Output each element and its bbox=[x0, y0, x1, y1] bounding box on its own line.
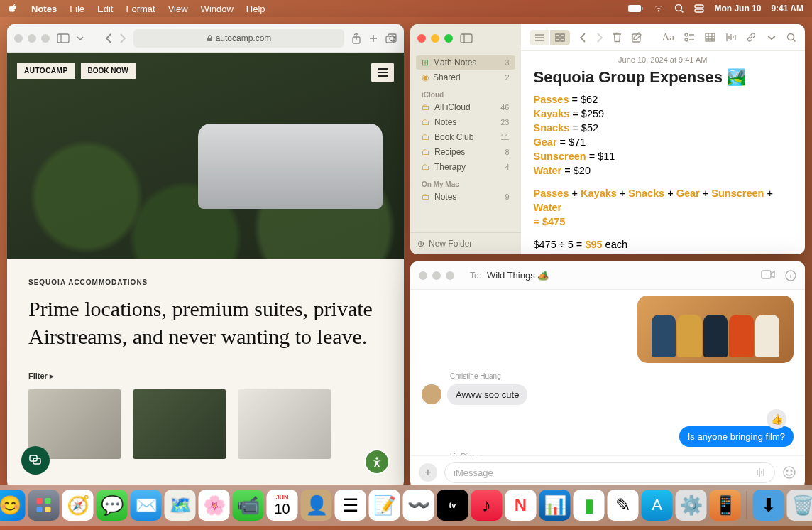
safari-toolbar: autocamp.com bbox=[7, 24, 404, 53]
checklist-icon[interactable] bbox=[684, 33, 695, 42]
note-body[interactable]: Sequoia Group Expenses 🏞️ Passes = $62 K… bbox=[521, 65, 806, 254]
dock-downloads-icon[interactable]: ⬇ bbox=[753, 490, 784, 521]
chat-fab-icon[interactable] bbox=[21, 446, 50, 475]
message-bubble[interactable]: Awww soo cute bbox=[447, 384, 527, 405]
view-mode-toggle[interactable] bbox=[530, 30, 570, 45]
sidebar-item-all-icloud[interactable]: 🗀All iCloud46 bbox=[416, 100, 515, 114]
attached-photo[interactable] bbox=[637, 296, 794, 363]
dock-trash-icon[interactable]: 🗑️ bbox=[787, 490, 813, 521]
menu-format[interactable]: Format bbox=[126, 4, 155, 14]
facetime-icon[interactable] bbox=[761, 270, 775, 281]
sidebar-item-math-notes[interactable]: ⊞Math Notes 3 bbox=[416, 55, 515, 70]
forward-icon[interactable] bbox=[596, 33, 603, 43]
apps-plus-icon[interactable]: + bbox=[419, 463, 437, 482]
tapback-thumbs-up[interactable]: 👍 bbox=[767, 409, 786, 429]
sidebar-item-notes[interactable]: 🗀Notes23 bbox=[416, 115, 515, 129]
format-icon[interactable]: Aa bbox=[662, 31, 675, 43]
dock-launchpad-icon[interactable] bbox=[28, 490, 60, 521]
wifi-icon[interactable] bbox=[653, 4, 664, 13]
menubar-time[interactable]: 9:41 AM bbox=[771, 4, 803, 13]
app-name-menu[interactable]: Notes bbox=[31, 4, 57, 14]
sidebar-item-recipes[interactable]: 🗀Recipes8 bbox=[416, 145, 515, 159]
accessibility-icon[interactable] bbox=[364, 449, 390, 475]
traffic-lights[interactable] bbox=[14, 34, 50, 43]
menubar-date[interactable]: Mon Jun 10 bbox=[714, 4, 761, 13]
battery-icon[interactable] bbox=[627, 4, 643, 13]
sidebar-item-book-club[interactable]: 🗀Book Club11 bbox=[416, 130, 515, 144]
dock-news-icon[interactable]: N bbox=[505, 490, 537, 521]
accommodation-thumb[interactable] bbox=[238, 389, 331, 459]
more-icon[interactable] bbox=[767, 36, 777, 40]
emoji-icon[interactable] bbox=[782, 465, 796, 480]
reload-icon[interactable] bbox=[388, 34, 397, 43]
sidebar-item-local-notes[interactable]: 🗀Notes9 bbox=[416, 190, 515, 204]
messages-body[interactable]: Christine Huang Awww soo cute 👍 Is anyon… bbox=[410, 290, 805, 455]
apple-logo-icon[interactable] bbox=[9, 4, 18, 13]
dock-calendar-icon[interactable]: JUN10 bbox=[267, 490, 298, 521]
dock-settings-icon[interactable]: ⚙️ bbox=[676, 490, 707, 521]
dock-notes-icon[interactable]: 📝 bbox=[369, 490, 400, 521]
chevron-down-icon[interactable] bbox=[77, 36, 84, 40]
svg-rect-29 bbox=[37, 507, 43, 512]
menu-view[interactable]: View bbox=[168, 4, 188, 14]
site-logo[interactable]: AUTOCAMP bbox=[17, 63, 75, 79]
message-bubble[interactable]: Is anyone bringing film? bbox=[679, 426, 794, 447]
back-icon[interactable] bbox=[105, 33, 112, 43]
dock-freeform-icon[interactable]: 〰️ bbox=[403, 490, 434, 521]
compose-icon[interactable] bbox=[632, 32, 642, 43]
sidebar-toggle-icon[interactable] bbox=[460, 33, 473, 43]
dock-music-icon[interactable]: ♪ bbox=[471, 490, 503, 521]
dock-tv-icon[interactable]: tv bbox=[437, 490, 468, 521]
dock-mail-icon[interactable]: ✉️ bbox=[131, 490, 162, 521]
hamburger-icon[interactable] bbox=[371, 63, 394, 82]
sidebar-toggle-icon[interactable] bbox=[57, 33, 70, 43]
gallery-view-icon[interactable] bbox=[550, 30, 570, 45]
trash-icon[interactable] bbox=[613, 32, 622, 43]
message-input[interactable]: iMessage bbox=[444, 462, 775, 483]
dock-messages-icon[interactable]: 💬 bbox=[97, 490, 128, 521]
to-name[interactable]: Wild Things 🏕️ bbox=[487, 270, 549, 281]
forward-icon[interactable] bbox=[119, 33, 126, 43]
dock-maps-icon[interactable]: 🗺️ bbox=[165, 490, 196, 521]
dock-reminders-icon[interactable]: ☰ bbox=[335, 490, 366, 521]
spotlight-icon[interactable] bbox=[674, 4, 684, 13]
dock-contacts-icon[interactable]: 👤 bbox=[301, 490, 332, 521]
back-icon[interactable] bbox=[580, 33, 586, 43]
dock-iphone-mirror-icon[interactable]: 📱 bbox=[710, 490, 741, 521]
svg-rect-6 bbox=[207, 38, 212, 41]
book-now-button[interactable]: BOOK NOW bbox=[81, 63, 136, 79]
dock-safari-icon[interactable]: 🧭 bbox=[62, 490, 94, 521]
dock-finder-icon[interactable]: 😊 bbox=[0, 490, 26, 521]
share-icon[interactable] bbox=[351, 33, 361, 44]
list-view-icon[interactable] bbox=[530, 30, 549, 45]
dock-facetime-icon[interactable]: 📹 bbox=[233, 490, 264, 521]
accommodation-thumb[interactable] bbox=[133, 389, 226, 459]
menu-file[interactable]: File bbox=[70, 4, 84, 14]
audio-icon[interactable] bbox=[756, 467, 766, 477]
new-folder-button[interactable]: ⊕ New Folder bbox=[410, 232, 521, 254]
media-icon[interactable] bbox=[725, 33, 736, 42]
dock-numbers-icon[interactable]: ▮ bbox=[574, 490, 605, 521]
url-bar[interactable]: autocamp.com bbox=[133, 29, 344, 48]
menu-help[interactable]: Help bbox=[246, 4, 265, 14]
calculator-icon: ⊞ bbox=[422, 58, 429, 67]
table-icon[interactable] bbox=[705, 33, 715, 42]
dock-keynote-icon[interactable]: 📊 bbox=[539, 490, 571, 521]
sidebar-section-icloud: iCloud bbox=[416, 85, 515, 100]
search-icon[interactable] bbox=[786, 33, 796, 43]
sidebar-item-therapy[interactable]: 🗀Therapy4 bbox=[416, 160, 515, 174]
traffic-lights[interactable] bbox=[419, 271, 454, 280]
filter-button[interactable]: Filter ▸ bbox=[28, 372, 383, 381]
info-icon[interactable] bbox=[785, 270, 796, 281]
sidebar-item-shared[interactable]: ◉Shared 2 bbox=[416, 70, 515, 85]
new-tab-icon[interactable] bbox=[368, 33, 378, 43]
avatar[interactable] bbox=[422, 384, 441, 404]
menu-window[interactable]: Window bbox=[201, 4, 234, 14]
dock-pages-icon[interactable]: ✎ bbox=[608, 490, 639, 521]
dock-appstore-icon[interactable]: A bbox=[642, 490, 673, 521]
link-icon[interactable] bbox=[746, 32, 757, 43]
control-center-icon[interactable] bbox=[694, 4, 704, 13]
traffic-lights[interactable] bbox=[417, 34, 453, 43]
menu-edit[interactable]: Edit bbox=[97, 4, 113, 14]
dock-photos-icon[interactable]: 🌸 bbox=[199, 490, 230, 521]
